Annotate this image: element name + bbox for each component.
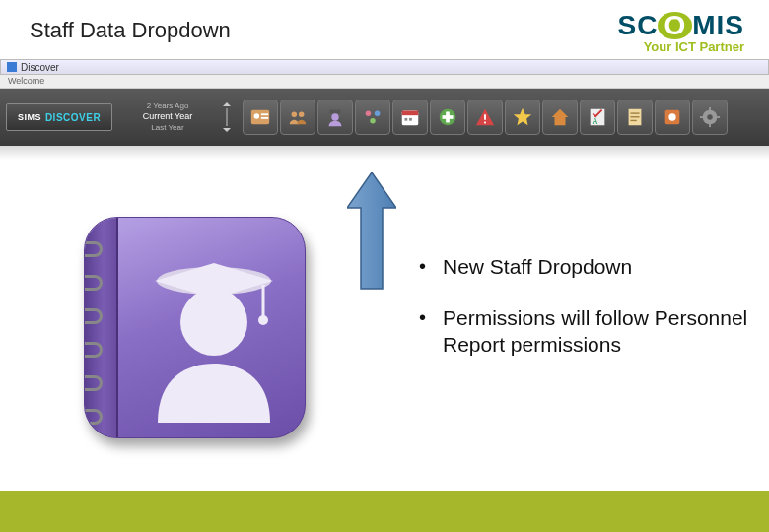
brand-box: SIMS DISCOVER [6,103,112,131]
svg-point-5 [254,113,260,119]
svg-point-31 [668,113,675,120]
svg-point-13 [375,111,381,117]
window-title: Discover [21,62,59,73]
bullet-list: New Staff Dropdown Permissions will foll… [419,254,769,383]
svg-point-12 [366,111,372,117]
graduate-person-icon [140,245,288,423]
svg-rect-7 [261,117,268,119]
svg-rect-37 [716,116,720,118]
svg-rect-10 [330,110,341,114]
svg-rect-22 [484,114,486,120]
svg-point-14 [370,118,376,124]
svg-marker-38 [347,172,396,289]
year-slider-icon[interactable] [223,102,231,132]
welcome-tab[interactable]: Welcome [0,75,769,89]
svg-rect-34 [709,107,711,111]
svg-point-42 [258,315,268,325]
assessment-icon[interactable]: A [580,100,615,135]
svg-rect-29 [630,120,636,121]
toolbar-shadow [0,146,769,160]
svg-point-9 [299,112,305,118]
slide-footer-bar [0,491,769,532]
logo-tagline: Your ICT Partner [618,39,744,54]
toolbar-buttons: A [243,100,728,135]
app-window-titlebar: Discover [0,59,769,75]
add-icon[interactable] [430,100,465,135]
svg-rect-18 [409,118,412,121]
svg-marker-1 [223,102,231,106]
bullet-item: New Staff Dropdown [419,254,769,280]
svg-rect-0 [7,62,17,72]
svg-point-33 [707,114,713,120]
svg-rect-28 [630,116,639,117]
settings-icon[interactable] [655,100,690,135]
svg-rect-23 [484,122,486,124]
app-toolbar: SIMS DISCOVER 2 Years Ago Current Year L… [0,89,769,146]
year-current: Current Year [118,111,217,123]
svg-marker-3 [223,128,231,132]
alert-icon[interactable] [467,100,503,135]
star-icon[interactable] [505,100,540,135]
document-icon[interactable] [617,100,653,135]
app-icon [7,62,17,72]
gear-icon[interactable] [692,100,728,135]
svg-point-43 [180,289,247,356]
student-card-icon[interactable] [243,100,278,135]
year-last: Last Year [118,123,217,133]
svg-text:A: A [593,117,598,126]
svg-point-8 [292,112,298,118]
brand-sims: SIMS [18,112,41,122]
svg-point-11 [331,113,338,120]
year-prev: 2 Years Ago [118,101,217,111]
svg-rect-16 [402,111,419,116]
pointing-arrow-icon [347,172,396,291]
year-selector[interactable]: 2 Years Ago Current Year Last Year [118,101,217,133]
svg-rect-2 [226,108,228,126]
svg-rect-35 [709,123,711,127]
sen-icon[interactable] [355,100,390,135]
scomis-logo: SCOMIS Your ICT Partner [618,10,744,54]
logo-text: SCOMIS [618,10,744,41]
svg-rect-36 [700,116,704,118]
svg-rect-21 [443,115,454,119]
slide-header: Staff Data Dropdown SCOMIS Your ICT Part… [0,0,769,59]
bullet-item: Permissions will follow Personnel Report… [419,305,769,358]
home-icon[interactable] [542,100,578,135]
page-title: Staff Data Dropdown [30,10,231,43]
svg-rect-17 [405,118,408,121]
calendar-icon[interactable] [392,100,428,135]
svg-rect-6 [261,113,268,115]
svg-rect-27 [630,112,639,113]
brand-discover: DISCOVER [45,112,101,123]
staff-large-icon [84,217,306,438]
staff-icon[interactable] [317,100,353,135]
group-icon[interactable] [280,100,315,135]
